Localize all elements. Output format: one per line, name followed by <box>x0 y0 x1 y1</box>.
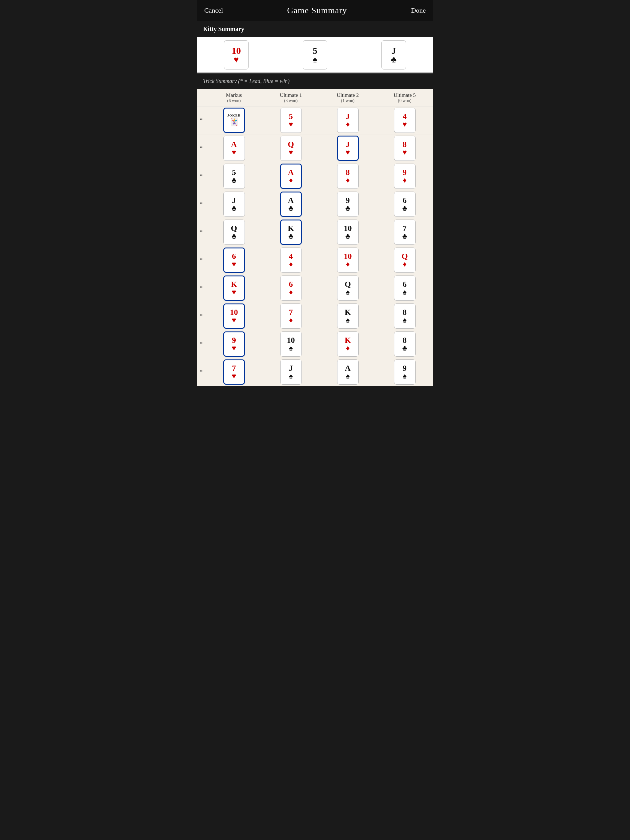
trick-card-cell: 6♥ <box>206 248 263 273</box>
trick-card-cell: 10♦ <box>319 248 376 273</box>
trick-card: 6♣ <box>394 191 416 217</box>
trick-card: Q♣ <box>223 219 245 245</box>
trick-card: 6♠ <box>394 275 416 301</box>
trick-card-cell: 9♣ <box>319 191 376 217</box>
done-button[interactable]: Done <box>411 6 426 14</box>
trick-row: *J♣A♣9♣6♣ <box>197 190 433 218</box>
header: Cancel Game Summary Done <box>197 0 433 21</box>
trick-card: Q♥ <box>280 136 302 161</box>
trick-card-cell: 6♦ <box>263 275 319 301</box>
column-headers: Markus(6 won)Ultimate 1(3 won)Ultimate 2… <box>197 89 433 106</box>
trick-card: 8♣ <box>394 332 416 357</box>
trick-card: 8♥ <box>394 136 416 161</box>
trick-card-cell: 4♦ <box>263 248 319 273</box>
trick-row: *5♣A♦8♦9♦ <box>197 163 433 190</box>
trick-card-cell: K♣ <box>263 219 319 245</box>
kitty-card: J♣ <box>381 40 406 69</box>
trick-row: *9♥10♠K♦8♣ <box>197 330 433 358</box>
trick-card-cell: 8♣ <box>376 332 433 357</box>
trick-card: 10♦ <box>337 248 359 273</box>
trick-card-cell: 6♣ <box>376 191 433 217</box>
lead-indicator: * <box>197 145 206 152</box>
trick-card-cell: 8♦ <box>319 164 376 189</box>
trick-card-cell: 9♥ <box>206 332 263 357</box>
trick-row: *Q♣K♣10♣7♣ <box>197 218 433 246</box>
trick-row: *K♥6♦Q♠6♠ <box>197 274 433 302</box>
trick-card-cell: J♦ <box>319 107 376 133</box>
trick-card-cell: 10♥ <box>206 303 263 329</box>
trick-card: Q♠ <box>337 275 359 301</box>
trick-card: 6♥ <box>223 248 245 273</box>
kitty-header: Kitty Summary <box>197 21 433 37</box>
kitty-card: 10♥ <box>224 40 249 69</box>
trick-card: 7♥ <box>223 359 245 385</box>
lead-indicator: * <box>197 257 206 264</box>
kitty-card: 5♠ <box>303 40 327 69</box>
trick-card: K♥ <box>223 275 245 301</box>
trick-row: *7♥J♠A♠9♠ <box>197 358 433 386</box>
trick-card: 7♦ <box>280 303 302 329</box>
trick-card-cell: A♣ <box>263 191 319 217</box>
lead-indicator: * <box>197 117 206 123</box>
trick-card-cell: 9♦ <box>376 164 433 189</box>
trick-card: K♣ <box>280 219 302 245</box>
trick-row: *10♥7♦K♠8♠ <box>197 302 433 330</box>
lead-indicator: * <box>197 341 206 347</box>
lead-indicator: * <box>197 229 206 235</box>
trick-row: *A♥Q♥J♥8♥ <box>197 134 433 163</box>
kitty-cards-row: 10♥5♠J♣ <box>197 37 433 74</box>
trick-card: J♦ <box>337 107 359 133</box>
trick-card: J♠ <box>280 359 302 385</box>
trick-card-cell: A♥ <box>206 136 263 161</box>
trick-summary-header: Trick Summary (* = Lead, Blue = win) <box>197 74 433 89</box>
lead-indicator: * <box>197 173 206 180</box>
trick-card: A♣ <box>280 191 302 217</box>
column-header: Ultimate 2(1 won) <box>319 89 376 106</box>
trick-card: 9♣ <box>337 191 359 217</box>
trick-card-cell: J♥ <box>319 136 376 161</box>
column-header: Ultimate 1(3 won) <box>263 89 319 106</box>
trick-card: 4♦ <box>280 248 302 273</box>
lead-indicator: * <box>197 313 206 319</box>
trick-card-cell: K♠ <box>319 303 376 329</box>
trick-card-cell: 10♣ <box>319 219 376 245</box>
trick-card-cell: 7♣ <box>376 219 433 245</box>
trick-card: JOKER🃏 <box>223 107 245 133</box>
kitty-card-cell: 5♠ <box>275 40 355 69</box>
trick-card-cell: J♣ <box>206 191 263 217</box>
lead-indicator: * <box>197 285 206 292</box>
trick-rows: *JOKER🃏5♥J♦4♥*A♥Q♥J♥8♥*5♣A♦8♦9♦*J♣A♣9♣6♣… <box>197 106 433 386</box>
trick-card-cell: Q♠ <box>319 275 376 301</box>
trick-card-cell: 7♥ <box>206 359 263 385</box>
cancel-button[interactable]: Cancel <box>204 6 223 14</box>
trick-card: 9♠ <box>394 359 416 385</box>
trick-card: A♦ <box>280 164 302 189</box>
trick-card-cell: 9♠ <box>376 359 433 385</box>
trick-card-cell: 6♠ <box>376 275 433 301</box>
trick-card: Q♦ <box>394 248 416 273</box>
trick-card-cell: K♦ <box>319 332 376 357</box>
trick-card: 10♠ <box>280 332 302 357</box>
trick-card-cell: 7♦ <box>263 303 319 329</box>
trick-card: 10♣ <box>337 219 359 245</box>
trick-card: K♠ <box>337 303 359 329</box>
kitty-card-cell: J♣ <box>355 40 433 69</box>
trick-card-cell: JOKER🃏 <box>206 107 263 133</box>
trick-card: 6♦ <box>280 275 302 301</box>
trick-card: 8♦ <box>337 164 359 189</box>
trick-card-cell: 5♣ <box>206 164 263 189</box>
trick-card-cell: 4♥ <box>376 107 433 133</box>
trick-card-cell: 8♥ <box>376 136 433 161</box>
trick-card: A♥ <box>223 136 245 161</box>
trick-card-cell: Q♣ <box>206 219 263 245</box>
trick-card: 9♦ <box>394 164 416 189</box>
trick-card: J♥ <box>337 136 359 161</box>
trick-card-cell: A♦ <box>263 164 319 189</box>
lead-indicator: * <box>197 369 206 376</box>
trick-card-cell: Q♥ <box>263 136 319 161</box>
trick-card: A♠ <box>337 359 359 385</box>
trick-card: 10♥ <box>223 303 245 329</box>
trick-card-cell: 5♥ <box>263 107 319 133</box>
column-header: Markus(6 won) <box>206 89 263 106</box>
trick-card: 7♣ <box>394 219 416 245</box>
